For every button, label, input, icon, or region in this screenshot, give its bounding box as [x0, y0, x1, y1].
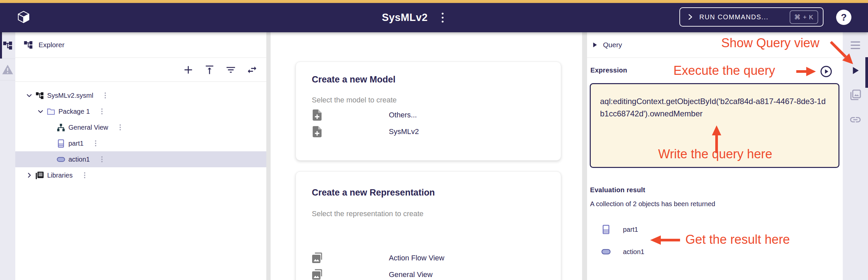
card-subtitle: Select the model to create	[312, 96, 397, 105]
new-object-plus-icon[interactable]	[183, 64, 194, 76]
model-item-label: SysMLv2	[389, 128, 419, 136]
tree-row-label: part1	[68, 140, 84, 147]
create-representation-card: Create a new Representation Select the r…	[296, 171, 561, 280]
rail-related-elements-button[interactable]	[843, 107, 868, 132]
rail-details-list-button[interactable]	[843, 32, 868, 58]
panel-divider[interactable]	[582, 32, 587, 280]
rail-explorer-view-button[interactable]	[0, 32, 15, 59]
play-icon	[591, 41, 598, 49]
evaluation-result-summary: A collection of 2 objects has been retur…	[590, 200, 715, 208]
action-icon	[601, 247, 611, 257]
card-title: Create a new Representation	[312, 188, 435, 198]
expression-label: Expression	[590, 66, 627, 74]
representations-image-icon	[849, 89, 862, 102]
left-view-rail	[0, 32, 15, 280]
annotation-get-the-result-here: Get the result here	[685, 232, 790, 247]
explorer-panel-header: Explorer	[15, 32, 266, 58]
new-document-icon	[310, 125, 324, 138]
sirius-cube-logo[interactable]	[16, 10, 31, 25]
part-icon	[601, 224, 611, 234]
filter-list-icon[interactable]	[225, 64, 237, 76]
annotation-write-the-query-here: Write the query here	[658, 147, 772, 161]
query-view-active-indicator	[865, 57, 868, 88]
explorer-toolbar	[15, 58, 266, 82]
app-header: SysMLv2 RUN COMMANDS... ⌘ + K ?	[0, 3, 868, 32]
warning-triangle-icon	[2, 64, 13, 75]
swap-synchronize-icon[interactable]	[246, 64, 258, 76]
representation-item-action-flow-view[interactable]: Action Flow View	[310, 250, 547, 267]
execute-query-button[interactable]	[820, 65, 833, 78]
right-view-rail	[843, 32, 868, 280]
tree-row-action1[interactable]: action1	[15, 151, 266, 167]
representation-item-label: Action Flow View	[389, 254, 444, 262]
annotation-execute-the-query: Execute the query	[674, 63, 775, 78]
model-item-label: Others...	[389, 111, 417, 119]
model-item-sysmlv2[interactable]: SysMLv2	[310, 123, 547, 140]
explorer-tree-icon	[23, 40, 33, 50]
annotation-show-query-view: Show Query view	[721, 36, 819, 50]
upload-document-icon[interactable]	[204, 64, 215, 76]
result-row-label: action1	[623, 248, 645, 256]
chevron-down-icon[interactable]	[25, 91, 33, 100]
representation-image-icon	[310, 268, 324, 280]
explorer-active-indicator	[0, 32, 2, 58]
representation-item-label: General View	[389, 270, 433, 279]
row-menu-kebab-icon[interactable]	[101, 156, 103, 163]
tree-row-label: Package 1	[58, 108, 90, 115]
tree-row-label: SysMLv2.sysml	[47, 92, 93, 100]
accent-strip	[0, 0, 868, 3]
keyboard-shortcut-badge: ⌘ + K	[789, 10, 818, 24]
part-icon	[57, 139, 65, 148]
card-title: Create a new Model	[312, 75, 396, 85]
explorer-panel: Explorer SysMLv2.sysml	[15, 32, 266, 280]
explorer-tree-icon	[2, 40, 13, 51]
query-play-icon	[850, 65, 860, 76]
row-menu-kebab-icon[interactable]	[94, 140, 97, 147]
explorer-panel-title: Explorer	[38, 41, 64, 49]
tree-row-label: General View	[68, 124, 108, 131]
diagram-icon	[57, 123, 65, 132]
tree-row-label: action1	[68, 156, 90, 163]
tree-row-sysmlv2-sysml[interactable]: SysMLv2.sysml	[15, 87, 266, 104]
tree-row-libraries[interactable]: Libraries	[15, 167, 266, 183]
libraries-icon	[35, 171, 44, 180]
row-menu-kebab-icon[interactable]	[119, 124, 122, 131]
help-button[interactable]: ?	[836, 10, 851, 25]
project-title: SysMLv2	[382, 3, 428, 32]
representation-image-icon	[310, 251, 324, 265]
card-subtitle: Select the representation to create	[312, 209, 423, 218]
row-menu-kebab-icon[interactable]	[101, 108, 103, 115]
chevron-right-icon[interactable]	[25, 171, 33, 179]
rail-query-view-button[interactable]	[843, 58, 868, 83]
query-panel-title: Query	[603, 41, 622, 49]
representation-item-general-view[interactable]: General View	[310, 267, 547, 280]
onboard-panel: Create a new Model Select the model to c…	[271, 32, 582, 280]
link-icon	[849, 113, 862, 126]
explorer-tree: SysMLv2.sysml Package 1 General View	[15, 87, 266, 183]
package-folder-icon	[46, 107, 56, 116]
panel-divider[interactable]	[266, 32, 271, 280]
action-icon	[57, 155, 65, 164]
tree-row-package-1[interactable]: Package 1	[15, 104, 266, 119]
run-commands-label: RUN COMMANDS...	[699, 13, 789, 21]
tree-row-label: Libraries	[47, 172, 73, 179]
chevron-down-icon[interactable]	[36, 107, 44, 115]
rail-validation-view-button[interactable]	[0, 59, 15, 81]
tree-row-part1[interactable]: part1	[15, 135, 266, 151]
new-document-icon	[310, 108, 324, 122]
tree-row-general-view[interactable]: General View	[15, 119, 266, 135]
create-model-card: Create a new Model Select the model to c…	[296, 61, 561, 161]
run-commands-button[interactable]: RUN COMMANDS... ⌘ + K	[679, 7, 824, 27]
rail-representations-view-button[interactable]	[843, 83, 868, 107]
result-row-label: part1	[623, 226, 638, 233]
chevron-right-icon	[686, 12, 695, 21]
model-item-others[interactable]: Others...	[310, 107, 547, 123]
hamburger-list-icon	[850, 40, 861, 50]
row-menu-kebab-icon[interactable]	[83, 172, 86, 178]
row-menu-kebab-icon[interactable]	[104, 92, 106, 99]
evaluation-result-title: Evaluation result	[590, 186, 645, 194]
model-file-icon	[35, 91, 44, 100]
project-menu-kebab-icon[interactable]	[439, 12, 446, 24]
